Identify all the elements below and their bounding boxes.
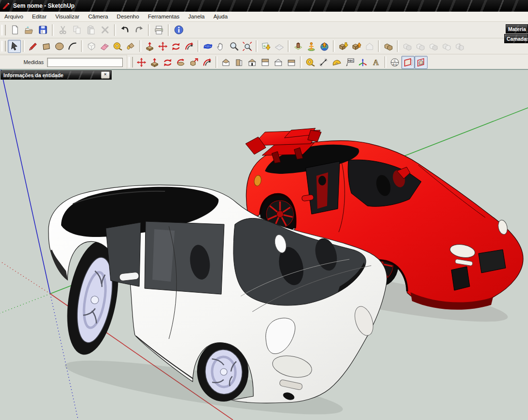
3d-text-button[interactable]: A (369, 56, 382, 69)
display-section-cuts-button[interactable] (414, 56, 428, 69)
save-model-button[interactable] (36, 23, 50, 37)
close-icon[interactable]: × (101, 71, 110, 79)
split-button (453, 40, 466, 53)
dimension-icon (318, 57, 329, 67)
get-models-button[interactable] (337, 40, 350, 53)
materials-tray-title: Materia (508, 26, 526, 32)
section-plane-button[interactable]: CR-S (388, 56, 401, 69)
menu-item-desenho[interactable]: Desenho (113, 13, 144, 20)
view-back-icon (273, 57, 283, 67)
view-top-button[interactable] (259, 56, 272, 69)
menu-item-camera[interactable]: Câmera (84, 13, 113, 20)
google-earth-button[interactable] (318, 40, 331, 53)
offset-button[interactable] (200, 56, 214, 69)
toolbar-separator (378, 40, 380, 52)
view-iso-icon (221, 57, 231, 67)
text-button[interactable]: ABC (343, 56, 356, 69)
building-maker-button[interactable] (305, 40, 318, 53)
view-back-button[interactable] (272, 56, 285, 69)
tape-measure-button[interactable] (304, 56, 317, 69)
view-right-icon (234, 57, 244, 67)
toolbar-grip[interactable] (1, 41, 6, 51)
rotate-button[interactable] (169, 40, 182, 53)
outer-shell-icon (383, 41, 394, 51)
paint-bucket-button[interactable] (124, 40, 137, 53)
menu-item-ajuda[interactable]: Ajuda (209, 13, 232, 20)
viewport-canvas[interactable] (0, 70, 528, 420)
scale-button[interactable] (187, 56, 200, 69)
display-section-planes-button[interactable] (401, 56, 414, 69)
axes-button[interactable] (356, 56, 369, 69)
zoom-extents-button[interactable] (241, 40, 254, 53)
menu-item-janela[interactable]: Janela (184, 13, 209, 20)
rotate-icon (171, 41, 181, 51)
materials-tray-header[interactable]: Materia (506, 24, 528, 34)
measurements-input[interactable] (47, 58, 123, 67)
menu-bar: ArquivoEditarVisualizarCâmeraDesenhoFerr… (0, 12, 528, 22)
toolbar-grip[interactable] (1, 25, 6, 35)
line-icon (28, 41, 38, 51)
svg-text:C: C (394, 59, 396, 62)
menu-item-arquivo[interactable]: Arquivo (0, 13, 28, 20)
paste-button (84, 23, 98, 37)
follow-me-button[interactable] (174, 56, 187, 69)
share-model-button[interactable] (350, 40, 363, 53)
tape-measure-icon (113, 41, 123, 51)
toolbar-separator (148, 24, 150, 36)
view-left-button[interactable] (285, 56, 298, 69)
undo-button[interactable] (118, 23, 132, 37)
pan-button[interactable] (214, 40, 228, 53)
viewport[interactable] (0, 69, 528, 420)
menu-item-visualizar[interactable]: Visualizar (51, 13, 84, 20)
toggle-terrain-button[interactable] (273, 40, 286, 53)
outer-shell-button[interactable] (382, 40, 395, 53)
text-icon: ABC (345, 57, 355, 67)
select-button[interactable] (8, 40, 21, 53)
toolbar-grip[interactable] (129, 57, 133, 67)
arc-button[interactable] (66, 40, 79, 53)
circle-button[interactable] (53, 40, 66, 53)
layers-tray-header[interactable]: Camadas (504, 34, 528, 43)
push-pull-button[interactable] (148, 56, 161, 69)
line-button[interactable] (27, 40, 40, 53)
orbit-button[interactable] (201, 40, 214, 53)
open-model-icon (24, 25, 34, 35)
rotate-button[interactable] (161, 56, 174, 69)
zoom-button[interactable] (228, 40, 241, 53)
get-models-icon (338, 41, 348, 51)
tape-measure-button[interactable] (111, 40, 124, 53)
entity-info-panel: Informações da entidade × (0, 70, 112, 80)
menu-item-editar[interactable]: Editar (28, 13, 51, 20)
add-location-button[interactable] (260, 40, 273, 53)
toolbar-separator (168, 24, 170, 36)
circle-icon (54, 41, 65, 51)
tape-measure-icon (305, 57, 315, 67)
protractor-button[interactable] (330, 56, 343, 69)
undo-icon (120, 25, 130, 35)
make-component-button[interactable] (85, 40, 98, 53)
menu-item-ferramentas[interactable]: Ferramentas (144, 13, 184, 20)
push-pull-button[interactable] (143, 40, 156, 53)
move-icon (158, 41, 168, 51)
title-bar: Sem nome - SketchUp (0, 0, 528, 12)
open-model-button[interactable] (22, 23, 36, 37)
print-icon (154, 25, 164, 35)
secondary-toolbar-buttons: ABCACR-S (135, 56, 428, 69)
move-button[interactable] (156, 40, 169, 53)
eraser-button[interactable] (98, 40, 111, 53)
rectangle-button[interactable] (40, 40, 53, 53)
view-iso-button[interactable] (219, 56, 232, 69)
move-button[interactable] (135, 56, 148, 69)
follow-me-icon (176, 57, 186, 67)
zoom-icon (229, 41, 239, 51)
print-button[interactable] (152, 23, 166, 37)
view-front-button[interactable] (246, 56, 259, 69)
dimension-button[interactable] (317, 56, 330, 69)
model-info-button[interactable] (172, 23, 186, 37)
photo-textures-button[interactable] (292, 40, 305, 53)
toolbar-separator (215, 56, 217, 68)
offset-button[interactable] (182, 40, 196, 53)
view-right-button[interactable] (232, 56, 246, 69)
cut-icon (58, 25, 68, 35)
new-document-button[interactable] (8, 23, 22, 37)
